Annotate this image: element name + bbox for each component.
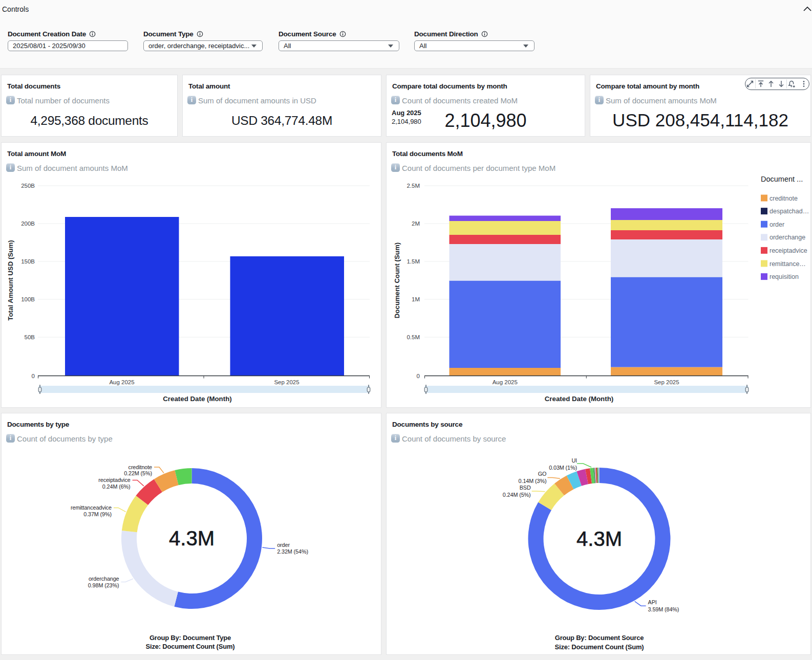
svg-text:Document Count (Sum): Document Count (Sum) xyxy=(393,243,401,318)
svg-text:50B: 50B xyxy=(25,334,35,340)
svg-text:Created Date (Month): Created Date (Month) xyxy=(545,395,613,403)
svg-text:2.32M (54%): 2.32M (54%) xyxy=(277,548,308,555)
svg-text:100B: 100B xyxy=(21,296,35,302)
svg-text:0.22M (5%): 0.22M (5%) xyxy=(124,470,152,476)
svg-text:orderchange: orderchange xyxy=(89,576,119,582)
svg-text:Size: Document Count (Sum): Size: Document Count (Sum) xyxy=(555,643,644,651)
svg-text:1M: 1M xyxy=(412,296,420,302)
svg-text:0: 0 xyxy=(417,373,420,379)
svg-text:creditnote: creditnote xyxy=(129,464,153,470)
svg-text:Sep 2025: Sep 2025 xyxy=(274,379,299,385)
svg-text:receiptadvice: receiptadvice xyxy=(770,247,807,254)
svg-text:order: order xyxy=(277,542,290,548)
svg-text:0.24M (5%): 0.24M (5%) xyxy=(503,492,531,498)
svg-text:Document ...: Document ... xyxy=(761,175,803,183)
svg-text:Size: Document Count (Sum): Size: Document Count (Sum) xyxy=(146,643,235,650)
svg-text:Sep 2025: Sep 2025 xyxy=(654,379,679,385)
svg-text:Created Date (Month): Created Date (Month) xyxy=(163,395,231,403)
svg-text:creditnote: creditnote xyxy=(770,195,798,202)
svg-text:0.37M (9%): 0.37M (9%) xyxy=(83,511,112,517)
svg-text:BSD: BSD xyxy=(520,485,531,491)
svg-text:UI: UI xyxy=(571,457,577,464)
svg-text:0: 0 xyxy=(32,373,35,379)
svg-text:orderchange: orderchange xyxy=(770,234,805,241)
svg-text:4.3M: 4.3M xyxy=(576,527,622,550)
svg-text:remittanceadvice: remittanceadvice xyxy=(71,504,112,511)
svg-text:requisition: requisition xyxy=(770,273,799,280)
svg-text:1.5M: 1.5M xyxy=(407,258,420,265)
svg-text:Group By: Document Source: Group By: Document Source xyxy=(555,634,644,642)
svg-text:0.24M (6%): 0.24M (6%) xyxy=(102,483,131,490)
svg-text:150B: 150B xyxy=(21,258,35,265)
svg-text:Aug 2025: Aug 2025 xyxy=(493,379,518,385)
svg-text:4.3M: 4.3M xyxy=(169,527,215,549)
svg-text:order: order xyxy=(770,221,784,228)
svg-text:2.5M: 2.5M xyxy=(407,183,420,189)
svg-text:Aug 2025: Aug 2025 xyxy=(109,379,134,385)
svg-text:0.14M (3%): 0.14M (3%) xyxy=(519,478,547,484)
svg-text:200B: 200B xyxy=(21,221,35,227)
svg-text:despatchad…: despatchad… xyxy=(770,208,809,215)
svg-text:250B: 250B xyxy=(21,183,35,189)
svg-text:0.98M (23%): 0.98M (23%) xyxy=(88,582,119,588)
svg-text:Total Amount USD (Sum): Total Amount USD (Sum) xyxy=(7,240,14,320)
svg-text:2M: 2M xyxy=(412,221,420,227)
svg-text:GO: GO xyxy=(538,471,547,477)
svg-text:3.59M (84%): 3.59M (84%) xyxy=(648,606,679,612)
svg-text:Group By: Document Type: Group By: Document Type xyxy=(149,634,231,642)
svg-text:remittance…: remittance… xyxy=(770,260,806,268)
svg-text:receiptadvice: receiptadvice xyxy=(98,477,130,483)
svg-text:API: API xyxy=(648,599,657,605)
svg-text:0.5M: 0.5M xyxy=(407,334,420,340)
svg-text:0.03M (1%): 0.03M (1%) xyxy=(549,465,577,471)
